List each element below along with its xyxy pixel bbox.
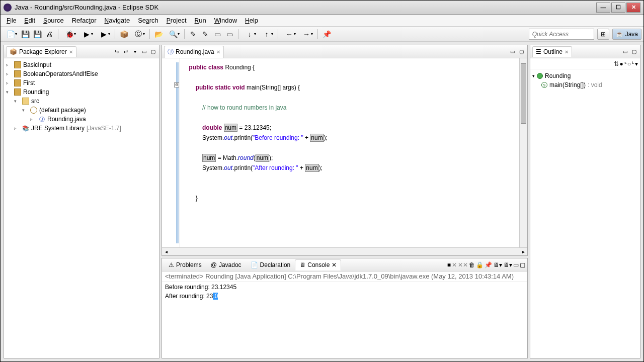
java-file-rounding[interactable]: ▹ⒿRounding.java — [6, 115, 157, 124]
src-folder[interactable]: ▾src — [6, 97, 157, 106]
tab-console[interactable]: 🖥 Console ✕ — [295, 259, 341, 270]
display-console-button[interactable]: 🖥▾ — [493, 261, 502, 268]
open-console-button[interactable]: 🖥▾ — [503, 261, 512, 268]
editor-gutter[interactable]: ⊖ — [162, 58, 180, 247]
menu-file[interactable]: File — [3, 15, 20, 26]
package-icon: 📦 — [10, 48, 17, 55]
sort-button[interactable]: ⇅ — [614, 60, 619, 67]
toggle-block-button[interactable]: ✎ — [200, 29, 211, 40]
collapse-all-button[interactable]: ⇆ — [113, 48, 121, 56]
menu-navigate[interactable]: Navigate — [101, 15, 134, 26]
class-icon — [537, 73, 543, 79]
save-button[interactable]: 💾 — [20, 29, 31, 40]
tab-declaration[interactable]: 📄 Declaration — [246, 259, 295, 270]
hide-local-button[interactable]: ᴸ — [632, 60, 634, 67]
outline-tab[interactable]: ☰ Outline ✕ — [532, 46, 572, 57]
project-first[interactable]: ▹First — [6, 78, 157, 87]
forward-button[interactable]: → — [298, 29, 314, 40]
project-rounding[interactable]: ▾Rounding — [6, 87, 157, 97]
remove-launch-button[interactable]: ✕ — [452, 261, 457, 268]
link-editor-button[interactable]: ⇄ — [122, 48, 130, 56]
menu-search[interactable]: Search — [134, 15, 163, 26]
menu-window[interactable]: Window — [210, 15, 241, 26]
toggle-breadcrumb-button[interactable]: ▭ — [224, 29, 235, 40]
editor-panel: Ⓙ Rounding.java ✕ ▭ ▢ ⊖ public class Rou — [162, 45, 528, 256]
minimize-outline-button[interactable]: ▭ — [621, 48, 629, 56]
maximize-editor-button[interactable]: ▢ — [517, 48, 525, 56]
hide-nonpublic-button[interactable]: ○ — [627, 60, 631, 67]
next-annotation-button[interactable]: ↓ — [242, 29, 258, 40]
outline-icon: ☰ — [536, 48, 541, 55]
maximize-console-button[interactable]: ▢ — [520, 261, 525, 268]
open-perspective-button[interactable]: ⊞ — [597, 29, 609, 40]
minimize-button[interactable]: — — [596, 3, 610, 13]
view-menu-button[interactable]: ▾ — [131, 48, 139, 56]
hide-fields-button[interactable]: ● — [620, 60, 623, 67]
menu-project[interactable]: Project — [163, 15, 191, 26]
package-tree[interactable]: ▹BasicInput ▹BooleanOperatorsAndIfElse ▹… — [4, 58, 159, 358]
prev-annotation-button[interactable]: ↑ — [259, 29, 275, 40]
outline-method-main[interactable]: s main(String[]): void — [532, 80, 638, 89]
hide-static-button[interactable]: ˢ — [624, 60, 626, 67]
package-explorer-tab[interactable]: 📦 Package Explorer ✕ — [6, 46, 76, 57]
close-button[interactable]: ✕ — [626, 3, 640, 13]
new-class-button[interactable]: Ⓒ — [130, 29, 146, 40]
console-output[interactable]: Before rounding: 23.12345After rounding:… — [162, 282, 527, 358]
menu-help[interactable]: Help — [241, 15, 262, 26]
maximize-button[interactable]: ☐ — [611, 3, 625, 13]
close-icon[interactable]: ✕ — [332, 261, 337, 268]
maximize-view-button[interactable]: ▢ — [149, 48, 157, 56]
pin-console-button[interactable]: 📌 — [485, 261, 492, 268]
new-package-button[interactable]: 📦 — [118, 29, 129, 40]
menu-source[interactable]: Source — [39, 15, 68, 26]
console-launch-info: <terminated> Rounding [Java Application]… — [162, 272, 527, 282]
minimize-view-button[interactable]: ▭ — [140, 48, 148, 56]
project-booleanops[interactable]: ▹BooleanOperatorsAndIfElse — [6, 69, 157, 78]
fold-button[interactable]: ⊖ — [174, 82, 179, 87]
remove-all-button[interactable]: ✕✕ — [458, 261, 468, 268]
horizontal-scrollbar[interactable]: ◂▸ — [162, 247, 527, 255]
scroll-lock-button[interactable]: 🔒 — [476, 261, 484, 268]
java-perspective-button[interactable]: ☕ Java — [612, 29, 641, 40]
close-icon[interactable]: ✕ — [216, 49, 220, 55]
outline-tree[interactable]: ▾ Rounding s main(String[]): void — [530, 69, 640, 358]
tab-javadoc[interactable]: @ Javadoc — [206, 259, 246, 270]
eclipse-window: Java - Rounding/src/Rounding.java - Ecli… — [0, 0, 644, 362]
java-file-icon: Ⓙ — [168, 48, 174, 56]
close-icon[interactable]: ✕ — [69, 49, 73, 55]
minimize-editor-button[interactable]: ▭ — [508, 48, 516, 56]
maximize-outline-button[interactable]: ▢ — [630, 48, 638, 56]
editor-tab-rounding[interactable]: Ⓙ Rounding.java ✕ — [164, 46, 224, 58]
back-button[interactable]: ← — [281, 29, 297, 40]
pin-button[interactable]: 📌 — [321, 29, 332, 40]
tab-problems[interactable]: ⚠ Problems — [164, 259, 206, 270]
clear-console-button[interactable]: 🗑 — [469, 261, 475, 268]
open-type-button[interactable]: 📂 — [153, 29, 164, 40]
close-icon[interactable]: ✕ — [565, 49, 569, 55]
debug-button[interactable]: 🐞 — [61, 29, 77, 40]
code-editor[interactable]: ⊖ public class Rounding { public static … — [162, 58, 527, 247]
jre-library[interactable]: ▹📚JRE System Library [JavaSE-1.7] — [6, 124, 157, 133]
project-basicinput[interactable]: ▹BasicInput — [6, 60, 157, 69]
save-all-button[interactable]: 💾 — [32, 29, 43, 40]
new-button[interactable]: 📄 — [3, 29, 19, 40]
run-external-button[interactable]: ▶ — [96, 29, 112, 40]
terminate-button[interactable]: ■ — [447, 261, 451, 268]
default-package[interactable]: ▾(default package) — [6, 106, 157, 115]
quick-access-input[interactable] — [529, 29, 594, 40]
titlebar: Java - Rounding/src/Rounding.java - Ecli… — [1, 1, 643, 15]
vertical-scrollbar[interactable] — [519, 58, 527, 247]
run-button[interactable]: ▶ — [78, 29, 95, 40]
print-button[interactable]: 🖨 — [44, 29, 55, 40]
outline-menu-button[interactable]: ▾ — [635, 60, 638, 67]
outline-class[interactable]: ▾ Rounding — [532, 71, 638, 80]
minimize-console-button[interactable]: ▭ — [513, 261, 519, 268]
menu-run[interactable]: Run — [191, 15, 210, 26]
main-area: 📦 Package Explorer ✕ ⇆ ⇄ ▾ ▭ ▢ ▹BasicInp… — [1, 42, 643, 361]
toggle-mark-button[interactable]: ✎ — [188, 29, 199, 40]
menu-edit[interactable]: Edit — [20, 15, 39, 26]
toggle-ws-button[interactable]: ▭ — [212, 29, 223, 40]
menu-refactor[interactable]: Refactor — [68, 15, 101, 26]
method-icon: s — [541, 82, 547, 88]
search-button[interactable]: 🔍 — [165, 29, 181, 40]
